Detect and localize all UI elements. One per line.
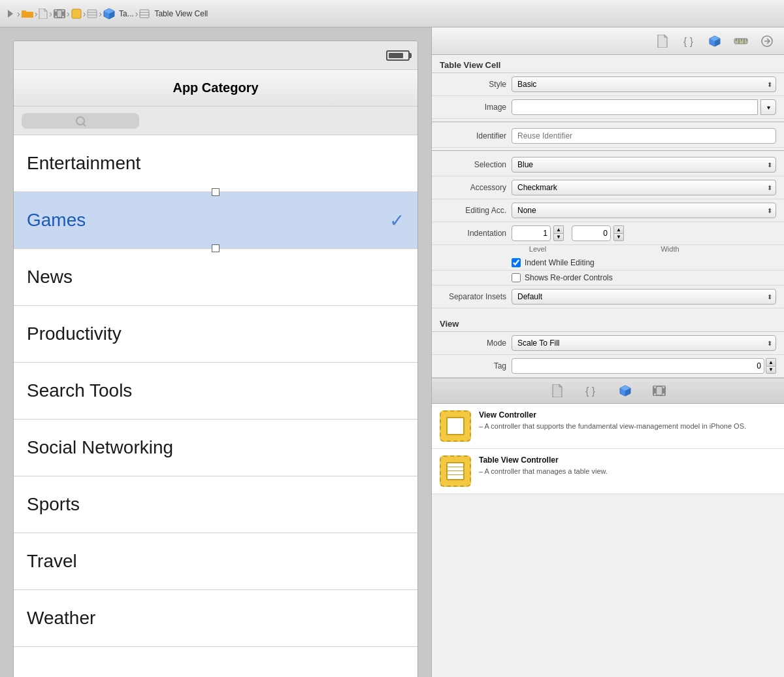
accessory-field-row: Accessory None Disclosure Indicator Deta…	[432, 176, 784, 199]
inspector-cube-icon[interactable]	[706, 32, 724, 50]
editing-acc-control: None Disclosure Indicator Detail Disclos…	[512, 203, 776, 218]
image-dropdown-btn[interactable]: ▾	[760, 99, 776, 115]
inspector-ruler-icon[interactable]	[732, 32, 750, 50]
level-decrement-btn[interactable]: ▼	[553, 233, 564, 241]
inspector-braces-icon[interactable]: { }	[679, 32, 698, 50]
bottom-file-icon[interactable]	[548, 382, 566, 400]
vc-desc: – A controller that supports the fundame…	[479, 421, 776, 431]
accessory-select-wrapper: None Disclosure Indicator Detail Disclos…	[512, 180, 776, 195]
identifier-label: Identifier	[440, 131, 512, 140]
separator-insets-select-wrapper: Default Custom ⬍	[512, 289, 776, 305]
image-input[interactable]	[512, 99, 758, 115]
ios-nav-bar: App Category	[14, 70, 417, 107]
yellow-box-bc-icon	[71, 8, 82, 19]
ios-nav-title: App Category	[172, 80, 258, 95]
mode-select[interactable]: Scale To Fill Scale Aspect Fit Scale Asp…	[512, 335, 776, 351]
table-row[interactable]: News	[14, 249, 417, 306]
table-row-selected[interactable]: Games ✓	[14, 192, 417, 249]
identifier-input[interactable]	[512, 128, 776, 144]
bottom-cube-icon[interactable]	[616, 382, 634, 400]
checkmark-icon: ✓	[389, 210, 404, 231]
separator-insets-control: Default Custom ⬍	[512, 289, 776, 305]
cube-bc-icon	[103, 8, 115, 20]
breadcrumb-item-2[interactable]	[39, 8, 48, 19]
indent-while-editing-text: Indent While Editing	[525, 258, 595, 267]
section-title-view: View	[440, 319, 459, 329]
table-row[interactable]: Search Tools	[14, 363, 417, 420]
divider-1	[432, 122, 784, 122]
list-small-bc-icon	[139, 8, 150, 19]
indentation-level-input[interactable]	[512, 225, 551, 241]
indent-sublabels: Level Width	[432, 245, 784, 256]
breadcrumb-bar: › › › › › › Ta... › Ta	[0, 0, 784, 27]
row-label: Social Networking	[27, 437, 173, 458]
breadcrumb-item-0[interactable]	[5, 8, 16, 19]
tag-input[interactable]	[512, 358, 764, 374]
breadcrumb-item-1[interactable]	[22, 8, 33, 19]
inspector-arrow-icon[interactable]	[758, 32, 776, 50]
table-row[interactable]: Sports	[14, 476, 417, 533]
width-sublabel: Width	[564, 245, 776, 253]
bottom-film-icon[interactable]	[650, 382, 668, 400]
breadcrumb-item-4[interactable]	[71, 8, 82, 19]
table-row[interactable]: Social Networking	[14, 420, 417, 476]
shows-reorder-checkbox[interactable]	[512, 273, 521, 282]
row-label: Entertainment	[27, 153, 140, 174]
breadcrumb-item-5[interactable]	[87, 8, 97, 19]
svg-rect-4	[55, 16, 57, 18]
folder-icon	[22, 8, 33, 19]
svg-marker-0	[8, 10, 13, 18]
list-bc-icon	[87, 8, 97, 19]
breadcrumb-sep-1: ›	[35, 8, 38, 19]
breadcrumb-item-7[interactable]: Table View Cell	[139, 8, 208, 19]
indent-while-editing-checkbox[interactable]	[512, 258, 521, 267]
level-sublabel: Level	[440, 245, 564, 253]
image-label: Image	[440, 103, 512, 112]
style-select[interactable]: Basic Subtitle Right Detail Left Detail …	[512, 76, 776, 92]
tag-decrement-btn[interactable]: ▼	[766, 366, 776, 374]
ios-device: App Category Entertainment Game	[13, 41, 418, 677]
editing-acc-select[interactable]: None Disclosure Indicator Detail Disclos…	[512, 203, 776, 218]
separator-insets-select[interactable]: Default Custom	[512, 289, 776, 305]
tvc-title: Table View Controller	[479, 455, 776, 465]
section-title-tvc: Table View Cell	[440, 60, 500, 70]
breadcrumb-sep-4: ›	[83, 8, 86, 19]
tag-increment-btn[interactable]: ▲	[766, 358, 776, 366]
library-item-tvc[interactable]: Table View Controller – A controller tha…	[432, 449, 784, 494]
indentation-width-input[interactable]	[572, 225, 611, 241]
width-decrement-btn[interactable]: ▼	[613, 233, 624, 241]
bottom-braces-icon[interactable]: { }	[582, 382, 600, 400]
tag-label: Tag	[440, 361, 512, 371]
shows-reorder-label[interactable]: Shows Re-order Controls	[512, 273, 613, 282]
width-increment-btn[interactable]: ▲	[613, 225, 624, 233]
level-increment-btn[interactable]: ▲	[553, 225, 564, 233]
breadcrumb-item-6[interactable]: Ta...	[103, 8, 134, 20]
table-row[interactable]: Weather	[14, 590, 417, 647]
svg-text:{ }: { }	[585, 386, 596, 397]
accessory-select[interactable]: None Disclosure Indicator Detail Disclos…	[512, 180, 776, 195]
library-item-vc[interactable]: View Controller – A controller that supp…	[432, 404, 784, 449]
main-content: App Category Entertainment Game	[0, 27, 784, 677]
selection-label: Selection	[440, 160, 512, 169]
arrow-bc-icon	[5, 8, 16, 19]
table-row[interactable]: Productivity	[14, 306, 417, 363]
doc-bc-icon	[39, 8, 48, 19]
inspector-file-icon[interactable]	[653, 32, 672, 50]
selection-select[interactable]: Blue Gray Default None	[512, 157, 776, 173]
selection-control: Blue Gray Default None ⬍	[512, 157, 776, 173]
breadcrumb-sep-5: ›	[99, 8, 102, 19]
resize-handle-top[interactable]	[212, 188, 220, 196]
indentation-field-row: Indentation ▲ ▼ ▲ ▼	[432, 222, 784, 245]
breadcrumb-sep-0: ›	[17, 8, 20, 19]
ios-status-bar	[14, 41, 417, 70]
svg-rect-14	[140, 10, 149, 18]
table-row[interactable]: Travel	[14, 533, 417, 590]
battery-fill	[389, 53, 403, 58]
indentation-label: Indentation	[440, 229, 512, 238]
table-row[interactable]: Entertainment	[14, 135, 417, 192]
svg-rect-38	[662, 386, 664, 388]
indent-while-editing-label[interactable]: Indent While Editing	[512, 258, 595, 267]
row-label: Productivity	[27, 323, 122, 344]
left-panel: App Category Entertainment Game	[0, 27, 431, 677]
breadcrumb-item-3[interactable]	[54, 9, 65, 18]
